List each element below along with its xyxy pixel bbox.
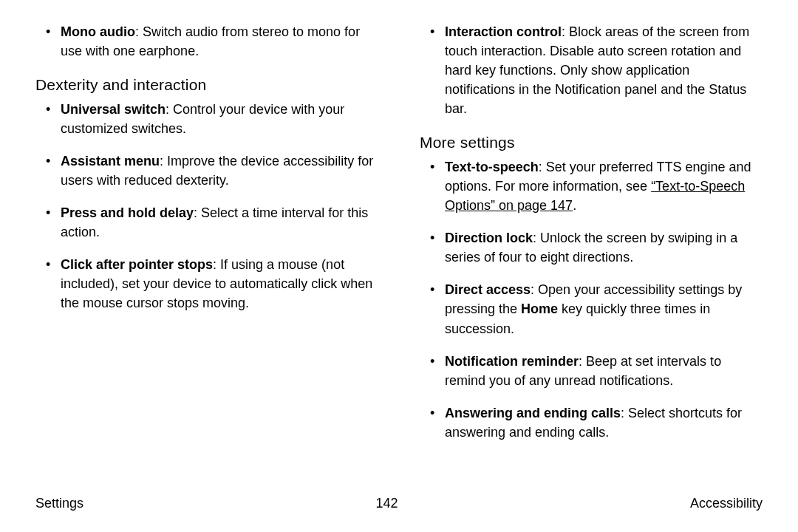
home-key-label: Home — [521, 301, 558, 316]
bullet-list: Mono audio: Switch audio from stereo to … — [35, 22, 378, 61]
item-term: Text-to-speech — [445, 160, 539, 174]
list-item: Direct access: Open your accessibility s… — [445, 280, 763, 338]
item-term: Universal switch — [61, 102, 166, 117]
list-item: Direction lock: Unlock the screen by swi… — [445, 228, 763, 267]
list-item: Text-to-speech: Set your preferred TTS e… — [445, 157, 763, 215]
list-item: Answering and ending calls: Select short… — [445, 403, 763, 442]
list-item: Notification reminder: Beep at set inter… — [445, 352, 763, 390]
item-term: Notification reminder — [445, 354, 579, 369]
document-page: Mono audio: Switch audio from stereo to … — [0, 0, 798, 532]
item-term: Answering and ending calls — [445, 406, 621, 420]
item-term: Direct access — [445, 282, 531, 297]
bullet-list: Universal switch: Control your device wi… — [35, 100, 378, 313]
footer-page-number: 142 — [375, 494, 398, 513]
list-item: Universal switch: Control your device wi… — [61, 100, 378, 138]
list-item: Interaction control: Block areas of the … — [445, 22, 763, 118]
two-column-layout: Mono audio: Switch audio from stereo to … — [35, 22, 763, 455]
list-item: Mono audio: Switch audio from stereo to … — [61, 22, 378, 61]
footer-section-label: Settings — [35, 494, 83, 513]
item-term: Direction lock — [445, 231, 533, 245]
item-term: Mono audio — [61, 24, 135, 39]
item-term: Assistant menu — [61, 154, 160, 168]
page-footer: Settings 142 Accessibility — [35, 494, 763, 513]
list-item: Press and hold delay: Select a time inte… — [61, 203, 378, 242]
item-term: Click after pointer stops — [61, 257, 213, 272]
item-term: Press and hold delay — [61, 205, 194, 220]
bullet-list: Interaction control: Block areas of the … — [420, 22, 763, 118]
list-item: Assistant menu: Improve the device acces… — [61, 151, 378, 190]
bullet-list: Text-to-speech: Set your preferred TTS e… — [420, 157, 763, 442]
item-term: Interaction control — [445, 24, 562, 39]
section-heading-more-settings: More settings — [420, 132, 763, 154]
right-column: Interaction control: Block areas of the … — [420, 22, 763, 455]
list-item: Click after pointer stops: If using a mo… — [61, 255, 378, 313]
item-desc-part: . — [573, 198, 576, 213]
footer-topic-label: Accessibility — [690, 494, 763, 513]
section-heading-dexterity: Dexterity and interaction — [35, 74, 378, 96]
left-column: Mono audio: Switch audio from stereo to … — [35, 22, 378, 455]
